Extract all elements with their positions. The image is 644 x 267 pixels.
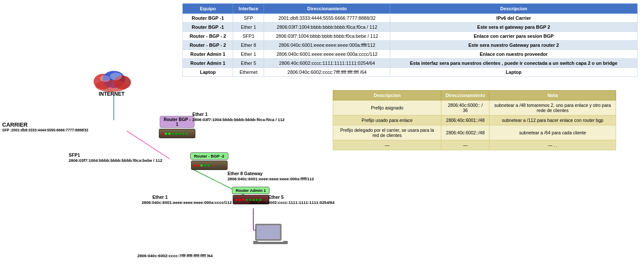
table-row: Prefijo asignado2806:40c:6000:: / 36subn… (333, 100, 616, 115)
sec-table-cell-direccionamiento: — (441, 140, 489, 150)
table-cell-descripcion: Laptop (390, 68, 637, 77)
svg-point-10 (110, 73, 122, 80)
sec-table-cell-descripcion: Prefijo delegado por el carrier, se usar… (333, 125, 441, 140)
laptop (253, 223, 288, 250)
router-bgp2-label: Router - BGP -2 (190, 152, 228, 160)
internet-cloud: INTERNET (90, 64, 133, 97)
col-header-equipo: Equipo (183, 4, 233, 14)
sec-table-cell-nota: subnetear a /64 para cada cliente (489, 125, 616, 140)
table-cell-direccionamiento: 2806:03f7:1004:bbbb:bbbb:bbbb:f0ca:bebe … (264, 32, 390, 41)
admin1-ether5-addr: 2806:40c:6002:cccc:1111:1111:1111:0254/6… (249, 200, 334, 205)
bgp1-ether1-label: Ether 1 (192, 112, 208, 117)
laptop-addr: 2806:040c:6002:cccc:7fff:ffff:ffff:ffff … (137, 253, 213, 258)
table-cell-interface: Ether 1 (233, 50, 264, 59)
admin1-ether5-label: Ether 5 (268, 194, 284, 200)
table-cell-direccionamiento: 2806:040c:6001:eeee:eeee:eeee:000a:ffff/… (264, 41, 390, 50)
table-cell-equipo: Router Admin 1 (183, 50, 233, 59)
table-cell-descripcion: Enlace con carrier para sesion BGP (390, 32, 637, 41)
network-diagram: INTERNET CARRIER SFP :2001:db8:3333:4444… (0, 60, 335, 266)
table-cell-equipo: Router BGP -1 (183, 14, 233, 23)
svg-rect-12 (257, 225, 280, 239)
table-row: Router - BGP - 2Ether 82806:040c:6001:ee… (183, 41, 638, 50)
sec-col-header-nota: Nota (489, 91, 616, 100)
col-header-descripcion: Descripcion (390, 4, 637, 14)
table-cell-descripcion: Esta interfaz sera para nuestros cliente… (390, 59, 637, 68)
table-cell-equipo: Router - BGP - 2 (183, 32, 233, 41)
table-row: ——— . . (333, 140, 616, 150)
table-cell-interface: SFP (233, 14, 264, 23)
bgp2-ether8-addr: 2806:040c:6001:eeee:eeee:eeee:000a:ffff/… (228, 176, 314, 181)
svg-point-8 (95, 80, 128, 92)
carrier-label: CARRIER SFP :2001:db8:3333:4444:5555:666… (2, 121, 88, 132)
table-row: Prefijo usado para enlace2806:40c:6001::… (333, 115, 616, 125)
bgp2-ether8-label: Ether 8 Gateway (228, 171, 263, 176)
admin1-ether1-addr: 2806:040c:6001:eeee:eeee:eeee:000a:cccc/… (142, 200, 232, 205)
table-row: Router Admin 1Ether 12806:040c:6001:eeee… (183, 50, 638, 59)
table-cell-descripcion: Este sera nuestro Gateway para router 2 (390, 41, 637, 50)
sec-table-cell-direccionamiento: 2806:40c:6000:: / 36 (441, 100, 489, 115)
sec-table-cell-nota: subnetear a /112 para hacer enlace con r… (489, 115, 616, 125)
svg-point-9 (100, 75, 110, 82)
table-row: Router BGP -1Ether 12806:03f7:1004:bbbb:… (183, 23, 638, 32)
bgp1-ether1-addr: 2806:03f7:1004:bbbb:bbbb:bbbb:f0ca:f0ca … (192, 117, 285, 122)
table-cell-interface: SFP1 (233, 32, 264, 41)
table-cell-direccionamiento: 2001:db8:3333:4444:5555:6666:7777:8888/3… (264, 14, 390, 23)
col-header-direccionamiento: Direccionamiento (264, 4, 390, 14)
sec-table-cell-direccionamiento: 2806:40c:6002::/48 (441, 125, 489, 140)
table-cell-interface: Ether 8 (233, 41, 264, 50)
sec-table-cell-descripcion: — (333, 140, 441, 150)
sec-table-cell-nota: subnetear a /48 tomaremos 2, uno para en… (489, 100, 616, 115)
sec-table-cell-descripcion: Prefijo usado para enlace (333, 115, 441, 125)
sec-table-cell-nota: — . . (489, 140, 616, 150)
router-bgp1: Router BGP -1 (159, 116, 195, 138)
secondary-table: Descripcion Direccionamiento Nota Prefij… (333, 90, 616, 150)
sec-col-header-direccionamiento: Direccionamiento (441, 91, 489, 100)
bgp2-sfp1-addr: 2806:03f7:1004:bbbb:bbbb:bbbb:f0ca:bebe … (69, 158, 162, 163)
table-cell-descripcion: Este sera el gateway para BGP 2 (390, 23, 637, 32)
table-cell-direccionamiento: 2806:03f7:1004:bbbb:bbbb:bbbb:f0ca:f0ca … (264, 23, 390, 32)
sec-table-cell-descripcion: Prefijo asignado (333, 100, 441, 115)
table-row: Router - BGP - 2SFP12806:03f7:1004:bbbb:… (183, 32, 638, 41)
table-cell-equipo: Router - BGP - 2 (183, 41, 233, 50)
table-cell-equipo: Router BGP -1 (183, 23, 233, 32)
router-admin1-label: Router Admin 1 (232, 187, 270, 194)
table-cell-direccionamiento: 2806:040c:6001:eeee:eeee:eeee:000a:cccc/… (264, 50, 390, 59)
router-bgp2: Router - BGP -2 (190, 152, 228, 170)
sec-table-cell-direccionamiento: 2806:40c:6001::/48 (441, 115, 489, 125)
admin1-ether1-label: Ether 1 (152, 194, 168, 200)
col-header-interface: Interface (233, 4, 264, 14)
sec-col-header-descripcion: Descripcion (333, 91, 441, 100)
table-cell-interface: Ether 1 (233, 23, 264, 32)
table-cell-descripcion: IPv6 del Carrier (390, 14, 637, 23)
table-row: Router BGP -1SFP2001:db8:3333:4444:5555:… (183, 14, 638, 23)
router-bgp1-label: Router BGP -1 (160, 116, 194, 128)
table-cell-descripcion: Enlace con nuestro proveedor (390, 50, 637, 59)
bgp2-sfp1-label: SFP1 (69, 152, 80, 158)
table-row: Prefijo delegado por el carrier, se usar… (333, 125, 616, 140)
